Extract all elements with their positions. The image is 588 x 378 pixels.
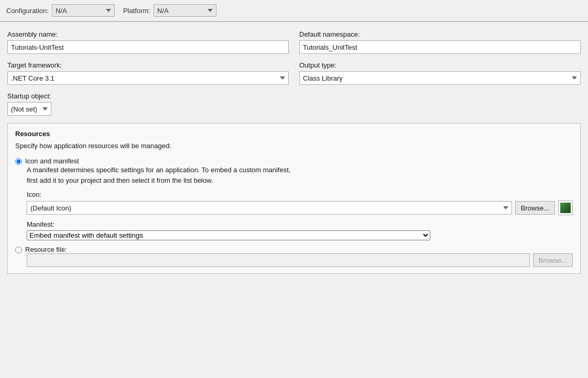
assembly-name-label: Assembly name: — [7, 30, 289, 38]
manifest-select[interactable]: Embed manifest with default settings — [27, 230, 430, 240]
default-namespace-label: Default namespace: — [299, 30, 581, 38]
icon-select[interactable]: (Default Icon) — [27, 201, 512, 215]
configuration-label: Configuration: — [6, 7, 49, 15]
icon-browse-button[interactable]: Browse... — [515, 201, 555, 215]
assembly-name-input[interactable] — [7, 40, 289, 54]
icon-label: Icon: — [27, 191, 573, 198]
platform-group: Platform: N/A — [123, 4, 216, 17]
output-type-group: Output type: Class Library — [299, 61, 581, 85]
icon-manifest-radio-row: Icon and manifest A manifest determines … — [15, 157, 573, 240]
target-framework-group: Target framework: .NET Core 3.1 — [7, 61, 289, 85]
framework-output-row: Target framework: .NET Core 3.1 Output t… — [7, 61, 581, 85]
output-type-select[interactable]: Class Library — [299, 71, 581, 85]
startup-object-label: Startup object: — [7, 92, 51, 100]
resource-file-input[interactable] — [27, 253, 530, 267]
target-framework-label: Target framework: — [7, 61, 289, 69]
icon-manifest-content: A manifest determines specific settings … — [27, 165, 573, 240]
startup-object-select[interactable]: (Not set) — [7, 102, 51, 116]
icon-manifest-desc: A manifest determines specific settings … — [27, 165, 573, 185]
resources-box: Resources Specify how application resour… — [7, 123, 581, 274]
icon-row: (Default Icon) Browse... — [27, 201, 573, 215]
resource-file-radio-row: Resource file: Browse... — [15, 246, 573, 267]
default-namespace-group: Default namespace: — [299, 30, 581, 54]
startup-object-row: Startup object: (Not set) — [7, 92, 581, 116]
configuration-group: Configuration: N/A — [6, 4, 115, 17]
resource-file-content: Browse... — [27, 253, 573, 267]
top-bar: Configuration: N/A Platform: N/A — [0, 0, 588, 21]
resource-file-radio[interactable] — [15, 247, 22, 253]
manifest-label: Manifest: — [27, 220, 573, 228]
icon-preview-inner — [560, 203, 571, 213]
resource-radio-group: Icon and manifest A manifest determines … — [15, 157, 573, 267]
platform-label: Platform: — [123, 7, 150, 15]
icon-manifest-radio-item: Icon and manifest — [15, 157, 573, 165]
startup-object-group: Startup object: (Not set) — [7, 92, 51, 116]
platform-select[interactable]: N/A — [154, 4, 216, 17]
resource-file-row: Browse... — [27, 253, 573, 267]
resource-file-radio-item: Resource file: — [15, 246, 573, 253]
default-namespace-input[interactable] — [299, 40, 581, 54]
output-type-label: Output type: — [299, 61, 581, 69]
manifest-sub-group: Manifest: Embed manifest with default se… — [27, 220, 573, 240]
icon-manifest-label[interactable]: Icon and manifest — [25, 157, 79, 165]
resource-file-browse-button: Browse... — [533, 253, 573, 267]
target-framework-select[interactable]: .NET Core 3.1 — [7, 71, 289, 85]
resources-description: Specify how application resources will b… — [15, 142, 573, 150]
main-content: Assembly name: Default namespace: Target… — [0, 22, 588, 282]
page-container: Configuration: N/A Platform: N/A Assembl… — [0, 0, 588, 378]
assembly-name-group: Assembly name: — [7, 30, 289, 54]
icon-preview — [558, 201, 573, 215]
resource-file-label[interactable]: Resource file: — [25, 246, 67, 253]
resources-title: Resources — [15, 130, 573, 138]
icon-sub-group: Icon: (Default Icon) Browse... — [27, 191, 573, 215]
assembly-namespace-row: Assembly name: Default namespace: — [7, 30, 581, 54]
configuration-select[interactable]: N/A — [52, 4, 115, 17]
icon-manifest-radio[interactable] — [15, 158, 22, 165]
